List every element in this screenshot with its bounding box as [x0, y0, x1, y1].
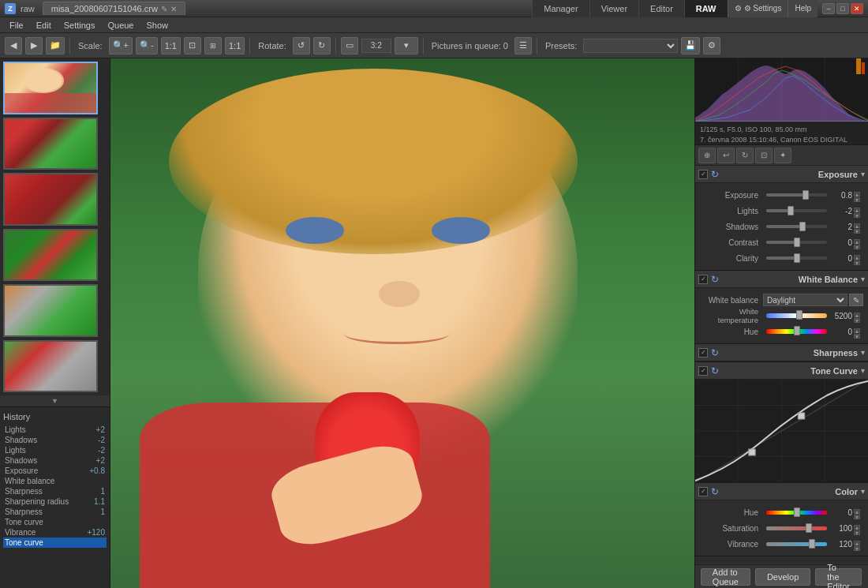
tonecurve-refresh-icon[interactable]: ↻: [711, 365, 722, 376]
close-button[interactable]: ✕: [851, 3, 863, 14]
color-sat-slider[interactable]: [766, 526, 827, 530]
lights-spinner[interactable]: ▲▼: [854, 208, 863, 214]
history-item-0[interactable]: Lights+2: [3, 425, 107, 435]
presets-manage-button[interactable]: ⚙: [703, 37, 720, 54]
lights-slider[interactable]: [766, 209, 827, 212]
menu-settings[interactable]: Settings: [58, 19, 102, 32]
history-item-10[interactable]: Vibrance+120: [3, 527, 107, 537]
develop-button[interactable]: Develop: [755, 568, 810, 586]
presets-select[interactable]: [583, 39, 678, 53]
shadows-slider[interactable]: [766, 225, 827, 228]
exposure-checkbox[interactable]: ✓: [698, 170, 708, 179]
menu-queue[interactable]: Queue: [101, 19, 140, 32]
thumbnail-4[interactable]: [3, 229, 98, 282]
panel-icon-5[interactable]: ✦: [774, 148, 791, 163]
rotate-left-button[interactable]: ↺: [293, 37, 310, 54]
tonecurve-header[interactable]: ✓ ↻ Tone Curve ▾: [695, 362, 868, 380]
help-button[interactable]: Help: [788, 0, 817, 17]
browse-button[interactable]: 📁: [46, 37, 65, 54]
sharpness-checkbox[interactable]: ✓: [698, 348, 708, 358]
mode-tab-editor[interactable]: Editor: [638, 0, 684, 17]
tab-close-icon[interactable]: ✕: [170, 5, 177, 13]
wb-checkbox[interactable]: ✓: [698, 275, 708, 284]
color-vib-spinner[interactable]: ▲▼: [854, 541, 863, 547]
history-item-11[interactable]: Tone curve: [3, 537, 107, 548]
app-icon: Z: [5, 3, 16, 14]
queue-icon[interactable]: ☰: [514, 37, 532, 54]
add-to-queue-button[interactable]: Add to Queue: [701, 568, 750, 586]
history-item-3[interactable]: Shadows+2: [3, 455, 107, 466]
whitebalance-header[interactable]: ✓ ↻ White Balance ▾: [695, 271, 868, 288]
wb-eyedropper-button[interactable]: ✎: [849, 294, 863, 306]
history-item-1[interactable]: Shadows-2: [3, 435, 107, 445]
thumbnail-3[interactable]: [3, 173, 98, 226]
color-hue-slider[interactable]: [766, 511, 827, 515]
menu-show[interactable]: Show: [140, 19, 174, 32]
zoom-fill-button[interactable]: ⊞: [204, 37, 222, 54]
wb-refresh-icon[interactable]: ↻: [711, 274, 722, 285]
file-tab[interactable]: misa_20080607151046.crw ✎ ✕: [43, 2, 185, 15]
wb-temp-slider[interactable]: [766, 313, 827, 318]
exposure-spinner[interactable]: ▲▼: [854, 192, 863, 198]
contrast-spinner[interactable]: ▲▼: [854, 239, 863, 245]
exposure-refresh-icon[interactable]: ↻: [711, 169, 722, 180]
sharpness-refresh-icon[interactable]: ↻: [711, 347, 722, 358]
exposure-header[interactable]: ✓ ↻ Exposure ▾: [695, 166, 868, 183]
color-refresh-icon[interactable]: ↻: [711, 486, 722, 497]
color-checkbox[interactable]: ✓: [698, 487, 708, 496]
settings-button[interactable]: ⚙⚙ Settings: [728, 0, 788, 17]
panel-icon-2[interactable]: ↩: [717, 148, 735, 163]
mode-tab-manager[interactable]: Manager: [532, 0, 589, 17]
color-vib-slider[interactable]: [766, 542, 827, 546]
history-item-9[interactable]: Tone curve: [3, 517, 107, 527]
color-sat-spinner[interactable]: ▲▼: [854, 525, 863, 531]
zoom-custom-button[interactable]: 1:1: [225, 37, 245, 54]
shadows-spinner[interactable]: ▲▼: [854, 223, 863, 230]
panel-icon-3[interactable]: ↻: [736, 148, 754, 163]
wb-select[interactable]: Daylight Cloudy Shade Tungsten Fluoresce…: [763, 294, 847, 306]
thumbnail-1[interactable]: [3, 62, 98, 114]
history-item-7[interactable]: Sharpening radius1.1: [3, 496, 107, 507]
history-item-6[interactable]: Sharpness1: [3, 486, 107, 496]
zoom-fit-button[interactable]: ⊡: [184, 37, 201, 54]
zoom-select[interactable]: ▾: [395, 37, 418, 54]
maximize-button[interactable]: □: [836, 3, 849, 14]
history-item-5[interactable]: White balance: [3, 476, 107, 486]
menu-edit[interactable]: Edit: [30, 19, 58, 32]
thumbnail-5[interactable]: [3, 284, 98, 337]
exposure-slider[interactable]: [766, 193, 827, 197]
mode-tab-raw[interactable]: RAW: [684, 0, 728, 17]
history-item-4[interactable]: Exposure+0.8: [3, 466, 107, 476]
tonecurve-checkbox[interactable]: ✓: [698, 366, 708, 376]
color-header[interactable]: ✓ ↻ Color ▾: [695, 483, 868, 500]
mode-tab-viewer[interactable]: Viewer: [589, 0, 638, 17]
clarity-spinner[interactable]: ▲▼: [854, 255, 863, 261]
frame-button[interactable]: ▭: [341, 37, 358, 54]
forward-button[interactable]: ▶: [25, 37, 43, 54]
history-item-8[interactable]: Sharpness1: [3, 507, 107, 517]
zoom-in-button[interactable]: 🔍+: [109, 37, 133, 54]
tone-curve-chart[interactable]: [695, 380, 868, 482]
panel-icon-4[interactable]: ⊡: [755, 148, 773, 163]
wb-temp-spinner[interactable]: ▲▼: [854, 313, 863, 319]
sharpness-header[interactable]: ✓ ↻ Sharpness ▾: [695, 344, 868, 361]
back-button[interactable]: ◀: [5, 37, 22, 54]
wb-hue-slider[interactable]: [766, 329, 827, 334]
wb-hue-spinner[interactable]: ▲▼: [854, 328, 863, 335]
color-hue-spinner[interactable]: ▲▼: [854, 509, 863, 515]
history-item-2[interactable]: Lights-2: [3, 445, 107, 455]
to-editor-button[interactable]: To the Editor: [815, 568, 862, 586]
contrast-slider[interactable]: [766, 241, 827, 244]
minimize-button[interactable]: –: [822, 3, 835, 14]
thumbnail-6[interactable]: [3, 340, 98, 393]
zoom-input[interactable]: [361, 39, 391, 53]
zoom-out-button[interactable]: 🔍-: [136, 37, 158, 54]
filmstrip-scrollbar-down[interactable]: ▼: [0, 395, 110, 406]
rotate-right-button[interactable]: ↻: [313, 37, 331, 54]
menu-file[interactable]: File: [3, 19, 30, 32]
clarity-slider[interactable]: [766, 257, 827, 260]
thumbnail-2[interactable]: [3, 118, 98, 170]
zoom-100-button[interactable]: 1:1: [161, 37, 181, 54]
presets-save-button[interactable]: 💾: [681, 37, 700, 54]
panel-icon-1[interactable]: ⊕: [698, 148, 716, 163]
